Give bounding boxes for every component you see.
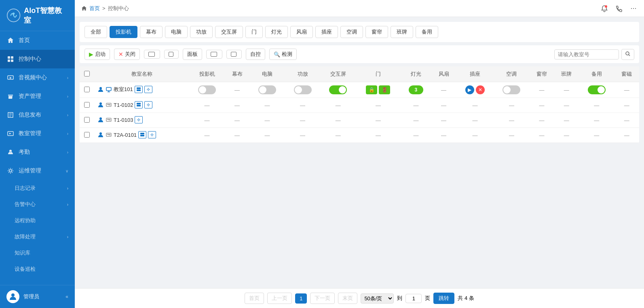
spare-toggle[interactable]	[588, 85, 606, 94]
row1-checkbox[interactable]	[84, 87, 90, 92]
sidebar-item-classroom[interactable]: 教室管理 ›	[0, 124, 75, 143]
search-button[interactable]	[621, 49, 634, 60]
more-icon[interactable]: ···	[629, 4, 638, 13]
row1-computer[interactable]	[249, 82, 285, 98]
row4-panel-icon[interactable]	[138, 131, 146, 138]
filter-projector[interactable]: 投影机	[110, 26, 137, 38]
detect-icon: 🔍	[274, 51, 280, 57]
sidebar-item-assets[interactable]: 资产管理 ›	[0, 87, 75, 106]
row1-ac[interactable]	[494, 82, 530, 98]
page-jump-input[interactable]	[405, 294, 422, 303]
row2-panel-icon[interactable]	[135, 101, 143, 108]
socket-stop-btn[interactable]: ✕	[476, 85, 485, 94]
page-label: 页	[425, 295, 430, 302]
collapse-icon[interactable]: «	[65, 294, 68, 300]
filter-computer[interactable]: 电脑	[165, 26, 188, 38]
auto-right-icon	[231, 52, 236, 57]
sidebar-item-attendance[interactable]: 考勤 ›	[0, 143, 75, 161]
amplifier-toggle[interactable]	[294, 85, 312, 94]
panel-square1-button[interactable]	[144, 50, 160, 59]
panel-sq2-icon	[169, 52, 173, 57]
sidebar-item-control[interactable]: 控制中心	[0, 50, 75, 68]
filter-curtain[interactable]: 窗帘	[365, 26, 388, 38]
sidebar-item-info[interactable]: 信息发布 ›	[0, 106, 75, 124]
door-unlock-icon[interactable]: 🚪	[379, 85, 390, 94]
page-1-button[interactable]: 1	[295, 293, 307, 304]
ac-toggle[interactable]	[503, 85, 520, 94]
filter-amplifier[interactable]: 功放	[190, 26, 213, 38]
row2-checkbox[interactable]	[84, 102, 90, 108]
row4-checkbox[interactable]	[84, 132, 90, 138]
filter-all[interactable]: 全部	[84, 26, 107, 38]
row2-socket: —	[456, 98, 494, 113]
filter-fan[interactable]: 风扇	[290, 26, 313, 38]
start-button[interactable]: ▶ 启动	[84, 49, 110, 60]
row4-spare: —	[579, 128, 614, 143]
row1-projector[interactable]	[189, 82, 225, 98]
breadcrumb-sep: >	[102, 5, 106, 11]
sidebar-item-ops[interactable]: 运维管理 ∨	[0, 161, 75, 180]
sidebar-subitem-faults[interactable]: 故障处理 ›	[0, 229, 75, 245]
door-lock-icon[interactable]: 🔒	[366, 85, 377, 94]
content-area: 全部 投影机 幕布 电脑 功放 交互屏 门 灯光 风扇 插座 空调 窗帘 班牌 …	[75, 17, 644, 288]
per-page-select[interactable]: 50条/页 100条/页 200条/页	[361, 293, 394, 304]
filter-sign[interactable]: 班牌	[391, 26, 413, 38]
row1-set-icon[interactable]	[144, 86, 152, 93]
filter-spare[interactable]: 备用	[416, 26, 438, 38]
nav-arrow-ops: ∨	[65, 169, 68, 173]
page-prev-button[interactable]: 上一页	[267, 293, 292, 304]
row1-spare[interactable]	[579, 82, 614, 98]
panel-square2-button[interactable]	[164, 50, 179, 59]
filter-ac[interactable]: 空调	[340, 26, 363, 38]
page-last-button[interactable]: 末页	[338, 293, 357, 304]
page-jump-button[interactable]: 跳转	[433, 293, 454, 304]
socket-start-btn[interactable]: ▶	[465, 85, 474, 94]
filter-interactive[interactable]: 交互屏	[215, 26, 243, 38]
sidebar-subitem-alerts[interactable]: 告警中心 ›	[0, 196, 75, 212]
computer-toggle[interactable]	[258, 85, 276, 94]
select-all-checkbox[interactable]	[84, 71, 90, 76]
page-next-button[interactable]: 下一页	[310, 293, 335, 304]
light-badge[interactable]: 3	[409, 85, 423, 94]
col-spare: 备用	[579, 66, 614, 82]
auto-button[interactable]: 自控	[246, 49, 265, 60]
search-input[interactable]	[554, 49, 619, 59]
row1-interactive[interactable]	[320, 82, 356, 98]
breadcrumb-home[interactable]: 首页	[89, 5, 100, 12]
row1-door[interactable]: 🔒 🚪	[356, 82, 401, 98]
row1-panel-icon[interactable]	[135, 86, 143, 93]
sidebar-subitem-remote[interactable]: 远程协助	[0, 212, 75, 229]
row4-set-icon[interactable]	[148, 131, 156, 138]
phone-icon[interactable]	[615, 4, 623, 13]
stop-icon: ✕	[118, 51, 123, 57]
sidebar-item-home[interactable]: 首页	[0, 31, 75, 50]
interactive-toggle[interactable]	[329, 85, 347, 94]
row3-set-icon[interactable]	[135, 116, 143, 123]
sidebar-item-av[interactable]: 音视频中心 ›	[0, 68, 75, 87]
notification-icon[interactable]	[600, 4, 608, 13]
sub-label-faults: 故障处理	[15, 233, 36, 240]
sidebar-subitem-patrol[interactable]: 设备巡检	[0, 261, 75, 277]
auto-right-icon-button[interactable]	[226, 50, 242, 59]
projector-toggle[interactable]	[198, 85, 216, 94]
nav-arrow-assets: ›	[67, 94, 68, 99]
sidebar-subitem-knowledge[interactable]: 知识库	[0, 245, 75, 261]
svg-rect-3	[11, 56, 13, 59]
sidebar-subitem-logs[interactable]: 日志记录 ›	[0, 180, 75, 196]
filter-door[interactable]: 门	[245, 26, 263, 38]
filter-light[interactable]: 灯光	[265, 26, 288, 38]
svg-rect-5	[11, 59, 13, 62]
row1-amplifier[interactable]	[285, 82, 321, 98]
panel-button[interactable]: 面板	[183, 49, 202, 60]
row3-checkbox[interactable]	[84, 117, 90, 123]
row4-sign: —	[554, 128, 579, 143]
row2-set-icon[interactable]	[144, 101, 152, 108]
filter-screen[interactable]: 幕布	[140, 26, 163, 38]
page-first-button[interactable]: 首页	[245, 293, 264, 304]
stop-button[interactable]: ✕ 关闭	[114, 49, 140, 60]
auto-left-icon-button[interactable]	[206, 50, 222, 59]
row1-socket[interactable]: ▶ ✕	[456, 82, 494, 98]
detect-button[interactable]: 🔍 检测	[269, 49, 297, 60]
row1-light[interactable]: 3	[401, 82, 431, 98]
filter-socket[interactable]: 插座	[315, 26, 338, 38]
